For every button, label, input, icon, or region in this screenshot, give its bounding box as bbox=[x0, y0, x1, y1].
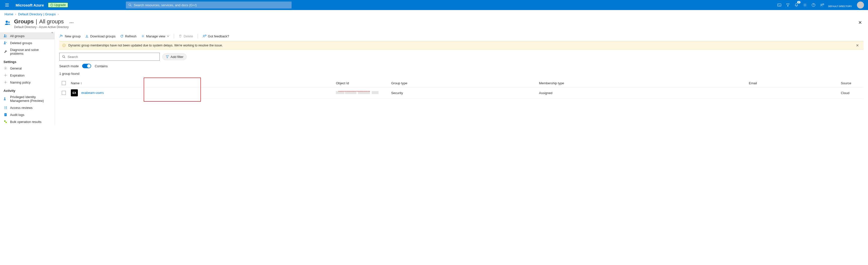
nav-heading-settings: Settings bbox=[0, 57, 55, 65]
gear-icon bbox=[141, 34, 145, 38]
button-label: Download groups bbox=[90, 34, 116, 38]
nav-naming-policy[interactable]: Naming policy bbox=[0, 79, 55, 86]
svg-point-10 bbox=[4, 42, 5, 43]
page-titlebar: Groups | All groups … Default Directory … bbox=[0, 18, 868, 31]
got-feedback-button[interactable]: Got feedback? bbox=[203, 34, 229, 38]
global-search-placeholder: Search resources, services, and docs (G+… bbox=[134, 3, 197, 7]
bell-icon bbox=[795, 3, 799, 7]
warning-text: Dynamic group memberships have not been … bbox=[68, 44, 223, 47]
directories-button[interactable] bbox=[785, 2, 790, 7]
search-field[interactable] bbox=[68, 55, 157, 59]
download-icon bbox=[85, 34, 89, 38]
cloud-shell-button[interactable] bbox=[777, 2, 782, 7]
table-row[interactable]: EX exabeam-users Security Assigned Cloud bbox=[59, 87, 864, 99]
download-groups-button[interactable]: Download groups bbox=[85, 34, 116, 38]
gear-icon bbox=[3, 66, 7, 70]
new-group-button[interactable]: New group bbox=[59, 34, 81, 38]
upgrade-button[interactable]: Upgrade bbox=[48, 2, 68, 7]
hamburger-icon bbox=[5, 3, 9, 7]
search-icon bbox=[128, 3, 132, 7]
warning-close-button[interactable]: ✕ bbox=[855, 43, 861, 47]
warning-banner: Dynamic group memberships have not been … bbox=[59, 41, 864, 50]
upgrade-label: Upgrade bbox=[54, 3, 66, 7]
nav-label: Access reviews bbox=[10, 106, 33, 110]
svg-point-4 bbox=[812, 3, 815, 7]
cell-object-id bbox=[333, 87, 389, 99]
title-strong: Groups bbox=[14, 18, 34, 25]
close-blade-button[interactable]: ✕ bbox=[857, 18, 864, 27]
groups-header-icon bbox=[4, 19, 11, 26]
help-button[interactable] bbox=[811, 2, 816, 7]
redacted-object-id bbox=[336, 91, 378, 94]
add-people-icon bbox=[59, 34, 63, 38]
delete-button: Delete bbox=[179, 34, 193, 38]
group-name-link[interactable]: exabeam-users bbox=[82, 91, 104, 95]
breadcrumb-home[interactable]: Home bbox=[4, 12, 13, 16]
col-source[interactable]: Source bbox=[838, 79, 864, 87]
search-mode-row: Search mode Contains bbox=[59, 64, 864, 68]
nav-general[interactable]: General bbox=[0, 65, 55, 72]
col-membership-type[interactable]: Membership type bbox=[536, 79, 746, 87]
notifications-button[interactable]: 2 bbox=[794, 2, 799, 7]
svg-point-19 bbox=[60, 35, 62, 36]
nav-label: All groups bbox=[10, 34, 25, 38]
avatar[interactable] bbox=[857, 1, 864, 8]
add-filter-button[interactable]: Add filter bbox=[162, 54, 187, 60]
nav-access-reviews[interactable]: Access reviews bbox=[0, 104, 55, 111]
filter-icon bbox=[165, 55, 169, 59]
page-title: Groups | All groups … bbox=[14, 18, 74, 25]
nav-label: Naming policy bbox=[10, 80, 31, 84]
separator bbox=[174, 34, 174, 38]
col-group-type[interactable]: Group type bbox=[389, 79, 536, 87]
nav-expiration[interactable]: Expiration bbox=[0, 72, 55, 79]
col-email[interactable]: Email bbox=[746, 79, 838, 87]
svg-point-3 bbox=[804, 4, 805, 5]
people-icon bbox=[3, 97, 7, 101]
gear-icon bbox=[3, 73, 7, 77]
gear-icon bbox=[3, 80, 7, 84]
person-feedback-icon bbox=[820, 3, 824, 7]
result-count: 1 group found bbox=[59, 72, 864, 75]
brand[interactable]: Microsoft Azure bbox=[12, 3, 48, 7]
nav-bulk-results[interactable]: Bulk operation results bbox=[0, 118, 55, 125]
sort-asc-icon: ↑ bbox=[81, 81, 82, 85]
nav-deleted-groups[interactable]: Deleted groups bbox=[0, 39, 55, 46]
feedback-button[interactable] bbox=[819, 2, 825, 7]
row-checkbox[interactable] bbox=[62, 91, 66, 95]
global-search[interactable]: Search resources, services, and docs (G+… bbox=[126, 1, 291, 8]
nav-label: Diagnose and solve problems bbox=[10, 48, 51, 56]
breadcrumb-groups[interactable]: Default Directory | Groups bbox=[18, 12, 56, 16]
nav-pim[interactable]: Privileged Identity Management (Preview) bbox=[0, 94, 55, 104]
nav-audit-logs[interactable]: Audit logs bbox=[0, 111, 55, 118]
manage-view-button[interactable]: Manage view bbox=[141, 34, 169, 38]
select-all-checkbox[interactable] bbox=[62, 81, 66, 85]
svg-point-1 bbox=[129, 4, 131, 6]
search-mode-toggle[interactable] bbox=[82, 64, 91, 68]
nav-label: Bulk operation results bbox=[10, 120, 41, 124]
svg-point-13 bbox=[5, 75, 6, 76]
col-object-id[interactable]: Object Id bbox=[333, 79, 389, 87]
people-icon bbox=[3, 41, 7, 45]
nav-all-groups[interactable]: All groups bbox=[0, 32, 55, 39]
nav-heading-activity: Activity bbox=[0, 86, 55, 94]
refresh-button[interactable]: Refresh bbox=[120, 34, 136, 38]
left-nav: « All groups Deleted groups Diagnose and… bbox=[0, 31, 55, 125]
settings-button[interactable] bbox=[802, 2, 807, 7]
groups-search-input[interactable] bbox=[59, 53, 160, 61]
main-content: New group Download groups Refresh Manage… bbox=[55, 31, 868, 125]
trash-icon bbox=[179, 34, 182, 38]
account-info[interactable]: DEFAULT DIRECTORY bbox=[828, 2, 854, 8]
button-label: New group bbox=[65, 34, 81, 38]
hamburger-menu[interactable] bbox=[2, 0, 12, 10]
col-name[interactable]: Name ↑ bbox=[68, 79, 333, 87]
svg-point-8 bbox=[4, 35, 5, 36]
people-icon bbox=[3, 34, 7, 38]
document-icon bbox=[3, 113, 7, 117]
svg-point-18 bbox=[5, 122, 7, 123]
svg-rect-2 bbox=[778, 4, 781, 6]
collapse-nav-button[interactable]: « bbox=[52, 31, 53, 34]
nav-diagnose[interactable]: Diagnose and solve problems bbox=[0, 46, 55, 57]
svg-point-5 bbox=[821, 4, 822, 5]
nav-label: Expiration bbox=[10, 73, 25, 77]
more-actions-button[interactable]: … bbox=[69, 19, 74, 24]
